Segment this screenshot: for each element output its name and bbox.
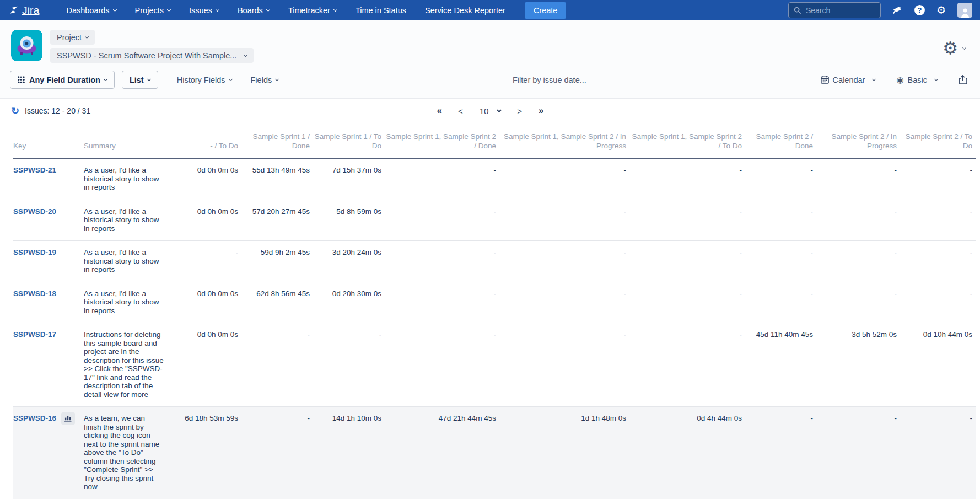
user-avatar[interactable] — [957, 3, 972, 18]
column-header: Sample Sprint 2 / To Do — [900, 123, 976, 158]
search-input[interactable] — [806, 6, 872, 15]
duration-cell: - — [900, 241, 976, 282]
column-header: Sample Sprint 2 / In Progress — [816, 123, 900, 158]
nav-item-timetracker[interactable]: Timetracker — [281, 3, 344, 18]
issue-key-link[interactable]: SSPWSD-20 — [13, 207, 56, 216]
export-button[interactable] — [959, 75, 967, 84]
duration-cell: 47d 21h 44m 45s — [385, 407, 499, 499]
duration-cell: - — [816, 407, 900, 499]
field-duration-selector[interactable]: Any Field Duration — [10, 71, 115, 89]
nav-item-boards[interactable]: Boards — [230, 3, 277, 18]
duration-cell: 7d 15h 37m 0s — [313, 158, 385, 200]
calendar-dropdown[interactable]: Calendar — [821, 76, 876, 84]
project-selector[interactable]: SSPWSD - Scrum Software Project With Sam… — [50, 48, 254, 63]
chevron-down-icon — [333, 8, 337, 12]
duration-cell: 0d 4h 44m 0s — [629, 407, 745, 499]
chevron-down-icon — [934, 77, 938, 81]
duration-cell: 55d 13h 49m 45s — [241, 158, 313, 200]
issues-table: Key Summary - / To Do Sample Sprint 1 / … — [13, 123, 976, 499]
gear-icon: ⚙ — [943, 38, 958, 58]
project-avatar — [11, 30, 42, 61]
brand-name: Jira — [22, 4, 39, 17]
duration-cell: 0d 0h 0m 0s — [176, 323, 241, 407]
issues-table-container: Key Summary - / To Do Sample Sprint 1 / … — [0, 123, 980, 499]
duration-cell: - — [499, 158, 629, 200]
view-mode-dropdown[interactable]: ◉ Basic — [896, 76, 938, 84]
nav-item-time-in-status[interactable]: Time in Status — [348, 3, 413, 18]
column-header: Sample Sprint 1 / Done — [241, 123, 313, 158]
issue-summary: As a user, I'd like a historical story t… — [84, 248, 164, 274]
announcements-megaphone-icon[interactable] — [892, 6, 903, 15]
duration-cell: 45d 11h 40m 45s — [745, 323, 816, 407]
nav-item-issues[interactable]: Issues — [182, 3, 226, 18]
table-row: SSPWSD-21 As a user, I'd like a historic… — [13, 158, 976, 200]
duration-cell: - — [900, 407, 976, 499]
column-header: Sample Sprint 1, Sample Sprint 2 / Done — [385, 123, 499, 158]
view-type-selector[interactable]: List — [122, 71, 158, 89]
calendar-icon — [821, 76, 829, 84]
refresh-icon[interactable]: ↻ — [11, 106, 19, 116]
duration-cell: - — [385, 200, 499, 241]
issue-summary: As a team, we can finish the sprint by c… — [84, 414, 164, 491]
duration-cell: 5d 8h 59m 0s — [313, 200, 385, 241]
duration-cell: - — [499, 323, 629, 407]
issue-key-link[interactable]: SSPWSD-16 — [13, 414, 56, 422]
duration-cell: - — [629, 282, 745, 323]
duration-cell: 0d 0h 0m 0s — [176, 158, 241, 200]
global-search[interactable] — [788, 2, 881, 18]
duration-cell: - — [745, 241, 816, 282]
page-size-dropdown[interactable]: 10 — [480, 106, 501, 116]
first-page-button[interactable]: « — [437, 105, 441, 116]
column-header: Sample Sprint 1, Sample Sprint 2 / To Do — [629, 123, 745, 158]
jira-logo[interactable]: Jira — [8, 4, 39, 17]
table-row: SSPWSD-20 As a user, I'd like a historic… — [13, 200, 976, 241]
chart-button[interactable] — [61, 412, 75, 425]
chevron-down-icon — [216, 8, 219, 12]
issue-date-filter-input[interactable] — [489, 76, 610, 84]
duration-cell: - — [499, 282, 629, 323]
search-icon — [794, 7, 801, 14]
issue-key-link[interactable]: SSPWSD-21 — [13, 166, 56, 174]
last-page-button[interactable]: » — [539, 105, 543, 116]
duration-cell: - — [816, 282, 900, 323]
issues-count-label: Issues: 12 - 20 / 31 — [25, 106, 90, 115]
issue-key-link[interactable]: SSPWSD-18 — [13, 289, 56, 298]
duration-cell: - — [816, 241, 900, 282]
fields-dropdown[interactable]: Fields — [251, 76, 279, 84]
issue-key-link[interactable]: SSPWSD-19 — [13, 248, 56, 256]
duration-cell: - — [900, 158, 976, 200]
create-button[interactable]: Create — [525, 2, 567, 19]
previous-page-button[interactable]: < — [458, 106, 463, 116]
duration-cell: - — [241, 407, 313, 499]
issue-summary: As a user, I'd like a historical story t… — [84, 207, 164, 233]
history-fields-dropdown[interactable]: History Fields — [177, 76, 232, 84]
chevron-down-icon — [147, 77, 151, 81]
report-settings-button[interactable]: ⚙ — [943, 38, 966, 58]
scope-selector[interactable]: Project — [50, 30, 95, 45]
duration-cell: 1d 1h 48m 0s — [499, 407, 629, 499]
chevron-down-icon — [85, 35, 89, 39]
person-icon — [960, 7, 971, 18]
column-header-summary: Summary — [84, 123, 176, 158]
duration-cell: - — [385, 158, 499, 200]
nav-item-projects[interactable]: Projects — [128, 3, 177, 18]
table-row-highlighted: SSPWSD-16 As a team, we can fini — [13, 407, 976, 499]
chevron-down-icon — [962, 46, 966, 50]
duration-cell: - — [385, 323, 499, 407]
chevron-down-icon — [167, 8, 171, 12]
nav-item-dashboards[interactable]: Dashboards — [59, 3, 123, 18]
chevron-down-icon — [244, 53, 247, 57]
duration-cell: 0d 20h 30m 0s — [313, 282, 385, 323]
issue-summary: Instructions for deleting this sample bo… — [84, 330, 164, 399]
column-header: Sample Sprint 2 / Done — [745, 123, 816, 158]
duration-cell: - — [900, 282, 976, 323]
duration-cell: - — [816, 200, 900, 241]
duration-cell: - — [385, 282, 499, 323]
nav-item-service-desk-reporter[interactable]: Service Desk Reporter — [418, 3, 513, 18]
column-header: - / To Do — [176, 123, 241, 158]
jira-logo-icon — [8, 5, 19, 16]
settings-gear-icon[interactable]: ⚙ — [936, 5, 946, 15]
help-icon[interactable]: ? — [914, 5, 925, 15]
next-page-button[interactable]: > — [517, 106, 522, 116]
issue-key-link[interactable]: SSPWSD-17 — [13, 330, 56, 339]
